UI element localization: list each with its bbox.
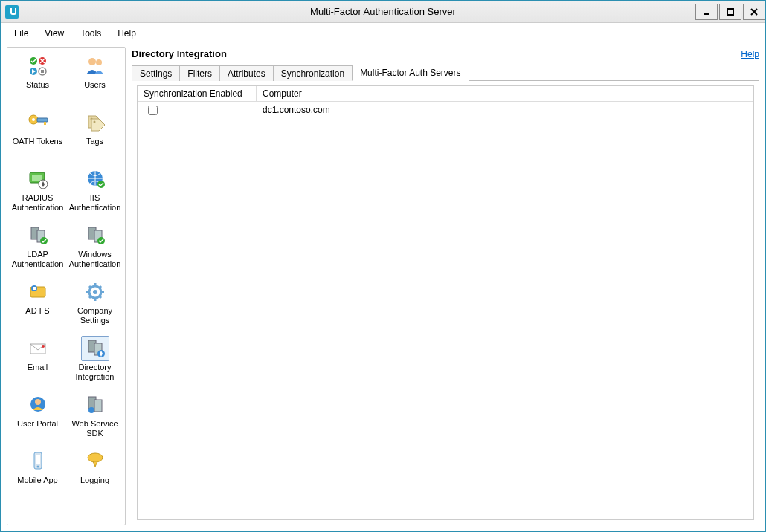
menu-tools[interactable]: Tools xyxy=(73,25,109,42)
svg-marker-62 xyxy=(93,461,97,467)
key-icon xyxy=(27,111,49,134)
table-row[interactable]: dc1.contoso.com xyxy=(138,102,753,118)
tags-icon xyxy=(84,111,106,134)
ldap-icon xyxy=(27,224,49,247)
sidebar-item-adfs[interactable]: AD FS xyxy=(9,278,66,334)
menu-file[interactable]: File xyxy=(7,25,36,42)
sidebar-item-mobile-app[interactable]: Mobile App xyxy=(9,447,66,504)
sidebar-item-label: Users xyxy=(84,80,106,90)
svg-point-48 xyxy=(42,345,45,348)
svg-rect-1 xyxy=(727,9,733,15)
sidebar-item-label: Status xyxy=(26,80,49,90)
svg-line-43 xyxy=(89,286,91,288)
close-button[interactable] xyxy=(743,4,765,20)
svg-point-13 xyxy=(96,59,102,65)
window-title: Multi-Factor Authentication Server xyxy=(1,6,765,17)
svg-rect-59 xyxy=(36,455,40,464)
column-spacer xyxy=(405,86,753,101)
sidebar-item-label: Mobile App xyxy=(17,476,57,485)
sidebar-item-users[interactable]: Users xyxy=(66,52,123,108)
sidebar-item-oath-tokens[interactable]: OATH Tokens xyxy=(9,108,66,165)
svg-point-12 xyxy=(88,58,96,65)
sidebar-item-label: Windows Authentication xyxy=(67,250,123,268)
page-title: Directory Integration xyxy=(132,48,227,59)
tab-pane: Synchronization Enabled Computer dc1.con… xyxy=(132,80,759,525)
email-icon xyxy=(27,337,49,360)
maximize-button[interactable] xyxy=(719,4,741,20)
column-sync-enabled[interactable]: Synchronization Enabled xyxy=(138,86,257,101)
sidebar-item-label: User Portal xyxy=(17,419,58,429)
tab-settings[interactable]: Settings xyxy=(132,65,180,81)
svg-point-21 xyxy=(93,121,95,123)
svg-point-38 xyxy=(93,290,97,294)
sidebar-item-status[interactable]: Status xyxy=(9,52,66,108)
sidebar-item-label: Company Settings xyxy=(67,306,123,325)
sidebar-item-label: AD FS xyxy=(25,306,49,316)
svg-line-45 xyxy=(100,286,101,288)
logging-icon xyxy=(84,450,106,473)
tabs: Settings Filters Attributes Synchronizat… xyxy=(132,64,759,80)
svg-point-15 xyxy=(32,118,35,121)
svg-line-44 xyxy=(100,296,101,298)
windows-auth-icon xyxy=(84,224,106,247)
gear-icon xyxy=(84,281,106,303)
sidebar-item-radius-auth[interactable]: RADIUS Authentication xyxy=(9,165,66,221)
status-icon xyxy=(27,55,49,77)
sidebar-item-label: Web Service SDK xyxy=(67,419,123,438)
users-icon xyxy=(84,55,106,77)
grid-body: dc1.contoso.com xyxy=(138,102,753,519)
sidebar-item-label: Directory Integration xyxy=(67,363,123,381)
app-icon xyxy=(5,5,19,19)
menubar: File View Tools Help xyxy=(1,23,765,44)
mobile-icon xyxy=(27,450,49,473)
sidebar: Status Users OATH Tokens Tags RADIUS Aut… xyxy=(7,47,126,525)
tab-synchronization[interactable]: Synchronization xyxy=(273,65,353,81)
svg-point-60 xyxy=(36,466,39,468)
svg-rect-23 xyxy=(32,175,42,181)
sidebar-item-label: Tags xyxy=(86,137,103,146)
computer-cell: dc1.contoso.com xyxy=(257,103,405,117)
sidebar-item-email[interactable]: Email xyxy=(9,334,66,391)
servers-grid: Synchronization Enabled Computer dc1.con… xyxy=(137,85,754,520)
column-computer[interactable]: Computer xyxy=(257,86,405,101)
adfs-icon xyxy=(27,281,49,303)
directory-icon xyxy=(84,337,106,360)
sdk-icon xyxy=(84,394,106,416)
svg-rect-16 xyxy=(37,118,48,122)
sidebar-item-user-portal[interactable]: User Portal xyxy=(9,391,66,447)
svg-rect-17 xyxy=(44,122,46,125)
sidebar-item-ldap-auth[interactable]: LDAP Authentication xyxy=(9,221,66,278)
sidebar-item-directory-integration[interactable]: Directory Integration xyxy=(66,334,123,391)
sidebar-item-tags[interactable]: Tags xyxy=(66,108,123,165)
tab-filters[interactable]: Filters xyxy=(179,65,220,81)
help-link[interactable]: Help xyxy=(741,49,759,59)
sidebar-item-label: Logging xyxy=(80,476,109,485)
tab-mfa-servers[interactable]: Multi-Factor Auth Servers xyxy=(352,65,469,81)
sidebar-item-windows-auth[interactable]: Windows Authentication xyxy=(66,221,123,278)
sidebar-item-company-settings[interactable]: Company Settings xyxy=(66,278,123,334)
sidebar-item-label: RADIUS Authentication xyxy=(10,193,65,212)
sidebar-item-label: IIS Authentication xyxy=(67,193,123,212)
menu-view[interactable]: View xyxy=(37,25,71,42)
svg-rect-36 xyxy=(33,287,36,290)
titlebar: Multi-Factor Authentication Server xyxy=(1,1,765,23)
sidebar-item-web-service-sdk[interactable]: Web Service SDK xyxy=(66,391,123,447)
user-portal-icon xyxy=(27,394,49,416)
sidebar-item-iis-auth[interactable]: IIS Authentication xyxy=(66,165,123,221)
svg-marker-20 xyxy=(91,119,105,131)
minimize-button[interactable] xyxy=(695,4,718,20)
sidebar-item-logging[interactable]: Logging xyxy=(66,447,123,504)
sidebar-item-label: OATH Tokens xyxy=(13,137,62,146)
sync-enabled-checkbox[interactable] xyxy=(148,106,158,115)
svg-point-57 xyxy=(88,407,94,413)
svg-point-61 xyxy=(88,453,103,462)
iis-icon xyxy=(84,168,106,190)
menu-help[interactable]: Help xyxy=(110,25,144,42)
svg-rect-56 xyxy=(94,400,102,412)
svg-rect-11 xyxy=(41,70,44,73)
tab-attributes[interactable]: Attributes xyxy=(219,65,274,81)
svg-point-54 xyxy=(35,399,41,405)
sidebar-item-label: Email xyxy=(28,363,48,372)
radius-icon xyxy=(27,168,49,190)
svg-line-46 xyxy=(89,296,91,298)
